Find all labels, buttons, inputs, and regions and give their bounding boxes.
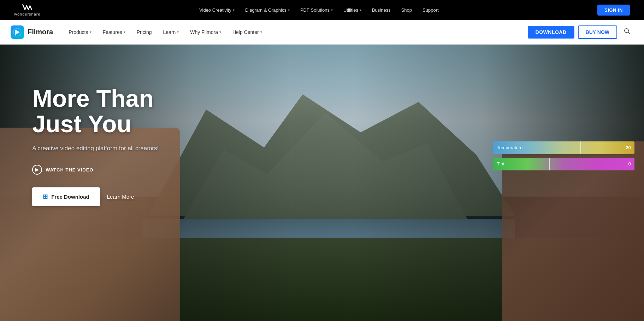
hero-subtitle: A creative video editing platform for al… <box>32 145 159 152</box>
temperature-slider[interactable]: Temperature 20 <box>493 141 634 154</box>
chevron-down-icon: ▾ <box>360 8 361 12</box>
secondary-navigation: Filmora Products ▾ Features ▾ Pricing Le… <box>0 20 644 45</box>
chevron-down-icon: ▾ <box>288 8 290 12</box>
play-icon: ▶ <box>32 165 42 175</box>
sec-nav-products[interactable]: Products ▾ <box>64 27 96 38</box>
learn-more-link[interactable]: Learn More <box>107 194 134 200</box>
hero-content: More Than Just You A creative video edit… <box>32 86 159 206</box>
sec-nav-pricing[interactable]: Pricing <box>132 27 157 38</box>
chevron-down-icon: ▾ <box>219 30 221 34</box>
sec-nav-why-filmora[interactable]: Why Filmora ▾ <box>185 27 226 38</box>
sec-nav-help-center[interactable]: Help Center ▾ <box>228 27 267 38</box>
tint-slider-row[interactable]: Tint 0 <box>493 158 634 170</box>
filmora-icon <box>11 25 24 39</box>
hero-title: More Than Just You <box>32 86 159 136</box>
hero-cta-row: ⊞ Free Download Learn More <box>32 187 159 206</box>
watch-video-button[interactable]: ▶ WATCH THE VIDEO <box>32 165 159 175</box>
wondershare-name: wondershare <box>14 12 41 16</box>
chevron-down-icon: ▾ <box>260 30 262 34</box>
top-nav-shop[interactable]: Shop <box>397 5 416 15</box>
tint-tick <box>549 158 550 170</box>
filmora-name: Filmora <box>28 28 53 36</box>
temperature-slider-row[interactable]: Temperature 20 <box>493 141 634 154</box>
filmora-brand[interactable]: Filmora <box>11 25 53 39</box>
secondary-nav-right: DOWNLOAD BUY NOW <box>528 25 633 39</box>
search-icon[interactable] <box>621 25 633 39</box>
chevron-down-icon: ▾ <box>233 8 235 12</box>
top-nav-links: Video Creativity ▾ Diagram & Graphics ▾ … <box>41 5 598 15</box>
temperature-value: 20 <box>626 145 631 150</box>
top-nav-utilities[interactable]: Utilities ▾ <box>339 5 366 15</box>
free-download-button[interactable]: ⊞ Free Download <box>32 187 100 206</box>
windows-icon: ⊞ <box>43 193 48 200</box>
tint-label: Tint <box>493 161 509 167</box>
sec-nav-features[interactable]: Features ▾ <box>98 27 130 38</box>
tint-slider[interactable]: Tint 0 <box>493 158 634 170</box>
temperature-tick <box>580 141 581 154</box>
sign-in-button[interactable]: SIGN IN <box>597 5 630 16</box>
top-nav-diagram-graphics[interactable]: Diagram & Graphics ▾ <box>241 5 294 15</box>
download-button[interactable]: DOWNLOAD <box>528 26 574 39</box>
temperature-label: Temperature <box>493 145 527 150</box>
buy-now-button[interactable]: BUY NOW <box>578 25 617 39</box>
top-nav-right: SIGN IN <box>597 5 630 16</box>
svg-line-2 <box>628 32 630 34</box>
chevron-down-icon: ▾ <box>90 30 91 34</box>
secondary-nav-links: Products ▾ Features ▾ Pricing Learn ▾ Wh… <box>64 27 527 38</box>
top-nav-business[interactable]: Business <box>368 5 395 15</box>
top-nav-video-creativity[interactable]: Video Creativity ▾ <box>195 5 239 15</box>
top-navigation: wondershare Video Creativity ▾ Diagram &… <box>0 0 644 20</box>
chevron-down-icon: ▾ <box>331 8 333 12</box>
wondershare-logo[interactable]: wondershare <box>14 4 41 16</box>
chevron-down-icon: ▾ <box>177 30 179 34</box>
sec-nav-learn[interactable]: Learn ▾ <box>158 27 184 38</box>
top-nav-pdf-solutions[interactable]: PDF Solutions ▾ <box>296 5 337 15</box>
tint-value: 0 <box>628 161 631 167</box>
top-nav-support[interactable]: Support <box>418 5 443 15</box>
hero-section: Temperature 20 Tint 0 More Than Just You… <box>0 45 644 321</box>
chevron-down-icon: ▾ <box>124 30 125 34</box>
color-adjustment-panel: Temperature 20 Tint 0 <box>493 141 634 170</box>
